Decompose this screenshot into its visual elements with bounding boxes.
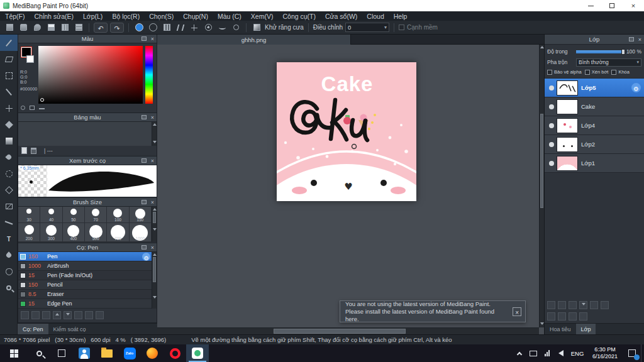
tray-network-icon[interactable] <box>540 344 554 362</box>
transfer-layer-button[interactable] <box>547 312 555 321</box>
palette-grid-icon[interactable] <box>30 106 35 110</box>
brush-item-eraser[interactable]: 8.5 Eraser <box>18 290 153 299</box>
clipping-checkbox[interactable] <box>585 70 590 75</box>
tool-magic-wand-icon[interactable] <box>0 84 18 100</box>
tab-brush[interactable]: Cọ: Pen <box>18 324 48 335</box>
opacity-slider[interactable] <box>576 50 624 53</box>
tray-chevron-icon[interactable] <box>513 344 526 362</box>
slider-mode-icon[interactable] <box>39 108 45 109</box>
tool-divide-icon[interactable] <box>0 198 18 214</box>
tool-wrench-icon[interactable] <box>0 214 18 231</box>
close-icon[interactable]: × <box>151 35 154 43</box>
tab-brush-control[interactable]: Kiểm soát cọ <box>48 324 91 335</box>
opacity-thumb[interactable] <box>621 49 625 55</box>
visibility-icon[interactable] <box>549 104 554 109</box>
import-brush-button[interactable] <box>42 311 50 319</box>
brush-size-scrollbar[interactable] <box>152 207 157 242</box>
tray-monitor-icon[interactable] <box>526 344 540 362</box>
brush-down-button[interactable] <box>64 311 72 319</box>
menu-help[interactable]: Help <box>394 13 408 20</box>
combine-layer-button[interactable] <box>558 312 566 321</box>
save-icon[interactable] <box>18 22 29 33</box>
brush-list-scrollbar[interactable] <box>152 252 157 309</box>
new-canvas-icon[interactable] <box>4 22 15 33</box>
hue-bar[interactable] <box>145 46 153 104</box>
pen-nib-icon[interactable] <box>147 22 158 33</box>
task-view-button[interactable] <box>50 344 73 362</box>
menu-cloud[interactable]: Cloud <box>367 13 384 20</box>
tool-eyedropper-icon[interactable] <box>0 247 18 263</box>
merge-down-button[interactable] <box>579 301 587 309</box>
brush-up-button[interactable] <box>53 311 61 319</box>
redo-button[interactable]: ↷ <box>110 23 124 33</box>
taskbar-firefox-icon[interactable] <box>141 344 164 362</box>
layer-row-cake[interactable]: Cake <box>545 97 644 116</box>
search-button[interactable] <box>28 344 50 362</box>
tool-eraser-icon[interactable] <box>0 51 18 67</box>
correction-dropdown[interactable]: 0 ▾ <box>345 23 389 32</box>
menu-bo-loc[interactable]: Bộ lọc(R) <box>112 13 140 20</box>
layer-row-lop1[interactable]: Lớp1 <box>545 154 644 173</box>
popout-icon[interactable] <box>142 115 147 119</box>
palette-swatches[interactable] <box>18 122 157 146</box>
layer-row-lop4[interactable]: Lớp4 <box>545 116 644 135</box>
layer-row-lop5[interactable]: Lớp5 ⚙ <box>545 79 644 97</box>
size-option[interactable]: 700 <box>107 223 129 242</box>
action-center-button[interactable] <box>623 344 641 362</box>
palette-scrollbar[interactable] <box>152 122 157 146</box>
menu-chinh-sua[interactable]: Chỉnh sửa(E) <box>35 13 74 20</box>
tray-clock[interactable]: 6:30 PM 6/16/2021 <box>587 346 623 360</box>
size-option[interactable]: 200 <box>18 223 40 242</box>
brush-item-pen[interactable]: 150 Pen ⚙ <box>18 252 153 261</box>
smooth-brush-icon[interactable] <box>133 22 145 33</box>
brush-settings-button[interactable]: ⚙ <box>142 253 150 261</box>
snap-curve-icon[interactable] <box>216 22 228 33</box>
start-button[interactable] <box>0 344 28 362</box>
snap-cross-icon[interactable] <box>189 22 200 33</box>
canvas-vertical-scrollbar[interactable] <box>539 45 544 327</box>
tool-hand-icon[interactable] <box>0 263 18 280</box>
tool-lasso-icon[interactable] <box>0 165 18 182</box>
undo-button[interactable]: ↶ <box>94 23 108 33</box>
eyedropper-icon[interactable] <box>21 106 25 110</box>
size-option[interactable]: 40 <box>40 207 62 223</box>
edit-brush-button[interactable] <box>74 311 82 319</box>
duplicate-layer-button[interactable] <box>569 301 577 309</box>
mask-layer-button[interactable] <box>569 312 577 321</box>
tool-polygon-icon[interactable] <box>0 182 18 198</box>
maximize-button[interactable] <box>601 0 623 11</box>
tool-fill-icon[interactable] <box>0 116 18 133</box>
size-option[interactable]: 150 <box>130 207 152 223</box>
tray-language[interactable]: ENG <box>568 344 587 362</box>
delete-layer-button[interactable] <box>601 301 609 309</box>
close-icon[interactable]: × <box>151 156 154 165</box>
delete-brush-button[interactable] <box>96 311 104 319</box>
tool-zoom-icon[interactable] <box>0 280 18 296</box>
tool-move-icon[interactable] <box>0 100 18 116</box>
menu-chon[interactable]: Chọn(S) <box>149 13 174 20</box>
tool-marquee-icon[interactable] <box>0 67 18 84</box>
layer-row-lop2[interactable]: Lớp2 <box>545 135 644 154</box>
menu-cong-cu[interactable]: Công cụ(T) <box>282 13 316 20</box>
close-icon[interactable]: × <box>151 243 154 252</box>
size-option[interactable]: 500 <box>85 223 107 242</box>
popout-icon[interactable] <box>142 245 147 250</box>
snap-settings-icon[interactable] <box>230 22 242 33</box>
popout-icon[interactable] <box>629 37 634 41</box>
minimize-button[interactable] <box>580 0 601 11</box>
tab-layers[interactable]: Lớp <box>576 324 596 335</box>
taskbar-opera-icon[interactable] <box>164 344 186 362</box>
visibility-icon[interactable] <box>549 85 554 90</box>
close-icon[interactable]: × <box>151 198 154 207</box>
menu-xem[interactable]: Xem(V) <box>251 13 274 20</box>
add-brush-button[interactable] <box>21 311 29 319</box>
brush-item-pen-fade[interactable]: 15 Pen (Fade In/Out) <box>18 271 153 280</box>
canvas[interactable]: ♥ Cake <box>277 62 416 201</box>
menu-tep[interactable]: Tệp(F) <box>5 13 25 20</box>
blend-dropdown[interactable]: Bình thường ▾ <box>576 58 641 67</box>
tool-brush-icon[interactable] <box>0 35 18 51</box>
size-option[interactable]: 70 <box>85 207 107 223</box>
stencil-layer-button[interactable] <box>579 312 587 321</box>
size-option[interactable]: 50 <box>63 207 85 223</box>
brush-item-airbrush[interactable]: 1000 AirBrush <box>18 261 153 271</box>
